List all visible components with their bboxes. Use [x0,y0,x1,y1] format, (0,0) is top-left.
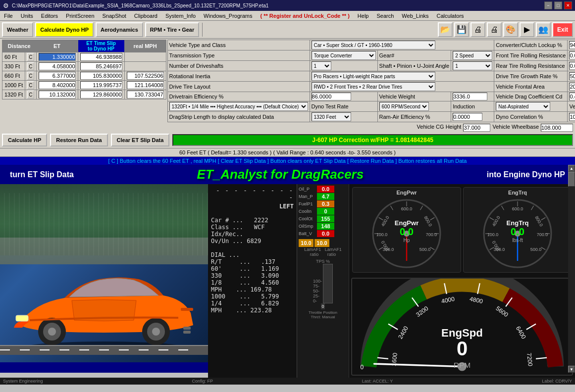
menu-help[interactable]: Help [354,12,373,20]
svg-text:0: 0 [457,338,468,359]
menu-calculators[interactable]: Calculators [433,12,468,20]
dragstrip-length-select[interactable]: 1320 Feet [312,112,351,121]
slip-330ft-input[interactable] [80,62,122,70]
slip-60ft-input[interactable] [80,53,122,61]
slip-1000ft-input[interactable] [80,81,122,89]
car-image-area [0,184,208,362]
drive-layout-label: Drive Tire Layout [167,82,310,92]
slip-data-panel: - - - - - - - - - - LEFT Car # ... 2222 … [208,184,297,378]
menu-register[interactable]: ( ** Register and UnLock_Code ** ) [257,12,354,20]
shaft-select[interactable]: 1 [453,61,492,70]
mph-1320ft-input[interactable] [127,91,164,98]
scroll-down-button[interactable]: ▼ [568,366,575,373]
batt-v-label: Batt_V [299,231,316,236]
mph-1000ft-input[interactable] [127,81,164,89]
frontal-area-input[interactable] [569,83,575,91]
et-1000ft-input[interactable] [39,81,76,89]
bottom-content: - - - - - - - - - - LEFT Car # ... 2222 … [0,184,575,378]
weight-input[interactable] [453,93,487,100]
cool-in-row: CoolIn 0 [299,208,347,215]
slip-dial: DIAL ... [211,251,294,258]
slip-660ft-input[interactable] [80,72,122,80]
menu-search[interactable]: Search [372,12,398,20]
gear-select[interactable]: 2 Speed [453,51,492,60]
menu-units[interactable]: Units [17,12,37,20]
maximize-button[interactable]: □ [554,1,562,9]
cg-height-input[interactable] [463,124,490,132]
c-btn-60[interactable]: C [27,53,34,61]
front-tire-input[interactable] [569,51,575,59]
wheelbase-input[interactable] [541,124,573,132]
c-btn-1000[interactable]: C [27,81,34,89]
save-icon[interactable]: 💾 [454,22,469,37]
drivetrain-input[interactable] [312,93,351,100]
drive-layout-select[interactable]: RWD • 2 Front Tires • 2 Rear Drive Tires [312,82,435,91]
rear-tire-input[interactable] [569,62,575,70]
et-1320ft-input[interactable] [39,91,76,98]
instrument-panel: Oil_P 0.0 Man_P 4.7 FuelP1 0.3 CoolIn 0 … [297,184,349,378]
batt-v-value: 0.0 [317,230,334,237]
exit-button[interactable]: Exit [552,22,573,37]
c-btn-660[interactable]: C [27,72,34,80]
aerodynamics-button[interactable]: Aerodynamics [96,22,143,37]
folder-open-icon[interactable]: 📂 [438,22,453,37]
color-icon[interactable]: 🎨 [503,22,518,37]
tps-scale: 100-75-50-25-0- [313,279,322,303]
calculate-hp-button[interactable]: Calculate HP [2,134,47,147]
oil-p-row: Oil_P 0.0 [299,186,347,193]
menu-bar: File Units Editors PrintScreen SnapShot … [0,11,575,21]
et-660ft-input[interactable] [39,72,76,80]
ram-air-input[interactable] [453,113,482,121]
converter-input[interactable] [569,41,575,49]
restore-run-button[interactable]: Restore Run Data [50,134,107,147]
users-icon[interactable]: 👥 [536,22,551,37]
calculate-dyno-button[interactable]: Calculate Dyno HP [35,22,94,37]
clear-slip-button[interactable]: Clear ET Slip Data [111,134,170,147]
minimize-button[interactable]: − [544,1,552,9]
slip-1320ft-input[interactable] [80,91,122,98]
et-60ft-input[interactable] [39,53,76,61]
transmission-select[interactable]: Torque Converter [312,51,376,60]
scroll-track [568,172,575,366]
menu-windows[interactable]: Windows_Programs [200,12,256,20]
menu-file[interactable]: File [0,12,17,20]
rotational-select[interactable]: Pro Racers • Light-weight Race parts [312,72,435,81]
drag-coeff-input[interactable] [569,93,575,100]
fuel-p1-label: FuelP1 [299,201,316,206]
print-icon[interactable]: 🖨 [487,22,502,37]
weather-button[interactable]: Weather [2,22,33,37]
menu-weblinks[interactable]: Web_Links [398,12,432,20]
et-330ft-input[interactable] [39,62,76,70]
close-button[interactable]: ✕ [564,1,572,9]
floppy-icon[interactable]: 🖨 [470,22,485,37]
scroll-up-button[interactable]: ▲ [568,165,575,172]
induction-select[interactable]: Nat-Aspirated [496,102,550,111]
gear-label: Gear# [377,50,451,61]
cool-in-value: 0 [317,208,334,215]
tps-area: TPS % 100-75-50-25-0- 0 Throttle Positio… [299,259,347,319]
scroll-thumb[interactable] [568,172,575,187]
dyno-corr-input[interactable] [569,113,575,121]
scroll-bar[interactable]: ▲ ▼ [568,165,575,373]
menu-clipboard[interactable]: Clipboard [130,12,161,20]
menu-editors[interactable]: Editors [37,12,62,20]
menu-printscreen[interactable]: PrintScreen [62,12,98,20]
drive-growth-input[interactable] [569,72,575,80]
driveshafts-select[interactable]: 1 [312,61,331,70]
svg-text:700.0: 700.0 [537,232,548,237]
c-btn-1320[interactable]: C [27,91,34,98]
dragstrip-select[interactable]: 1320Ft • 1/4 Mile ••• Highest Accuracy •… [169,102,308,111]
fuel-p1-value: 0.3 [317,200,334,207]
dyno-rate-select[interactable]: 600 RPM/Second [379,102,429,111]
distance-header: Distance [2,40,37,52]
rpm-tire-gear-button[interactable]: RPM • Tire • Gear [145,22,199,37]
mph-660ft-input[interactable] [127,72,164,80]
vehicle-type-select[interactable]: Car • Super Stock / GT • 1960-1980 [312,41,435,49]
oil-smp-label: OilSmp [299,224,316,229]
menu-snapshot[interactable]: SnapShot [99,12,130,20]
play-icon[interactable]: ▶ [520,22,534,37]
menu-system-info[interactable]: System_Info [161,12,200,20]
engspd-gauge: 800 1600 2400 3200 4000 4800 [351,278,573,376]
toolbar-separator-1 [202,23,203,37]
c-btn-330[interactable]: C [27,62,34,70]
